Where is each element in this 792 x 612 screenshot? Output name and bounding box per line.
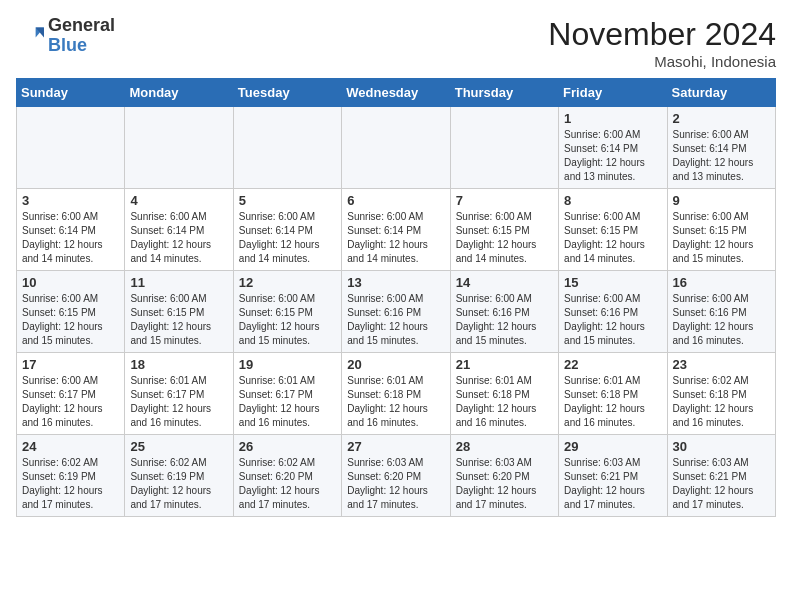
day-info: Sunrise: 6:01 AM Sunset: 6:17 PM Dayligh… (239, 374, 336, 430)
calendar-day-cell: 5Sunrise: 6:00 AM Sunset: 6:14 PM Daylig… (233, 189, 341, 271)
day-info: Sunrise: 6:01 AM Sunset: 6:18 PM Dayligh… (564, 374, 661, 430)
day-info: Sunrise: 6:00 AM Sunset: 6:14 PM Dayligh… (22, 210, 119, 266)
calendar-day-cell (233, 107, 341, 189)
day-number: 17 (22, 357, 119, 372)
day-info: Sunrise: 6:02 AM Sunset: 6:19 PM Dayligh… (130, 456, 227, 512)
day-info: Sunrise: 6:00 AM Sunset: 6:14 PM Dayligh… (564, 128, 661, 184)
logo: General Blue (16, 16, 115, 56)
day-number: 25 (130, 439, 227, 454)
calendar-day-cell: 27Sunrise: 6:03 AM Sunset: 6:20 PM Dayli… (342, 435, 450, 517)
day-info: Sunrise: 6:03 AM Sunset: 6:20 PM Dayligh… (456, 456, 553, 512)
calendar-day-cell: 19Sunrise: 6:01 AM Sunset: 6:17 PM Dayli… (233, 353, 341, 435)
calendar-day-cell: 16Sunrise: 6:00 AM Sunset: 6:16 PM Dayli… (667, 271, 775, 353)
day-info: Sunrise: 6:00 AM Sunset: 6:15 PM Dayligh… (130, 292, 227, 348)
calendar-day-cell: 8Sunrise: 6:00 AM Sunset: 6:15 PM Daylig… (559, 189, 667, 271)
calendar-week-row: 1Sunrise: 6:00 AM Sunset: 6:14 PM Daylig… (17, 107, 776, 189)
calendar-week-row: 10Sunrise: 6:00 AM Sunset: 6:15 PM Dayli… (17, 271, 776, 353)
day-info: Sunrise: 6:01 AM Sunset: 6:18 PM Dayligh… (456, 374, 553, 430)
day-number: 24 (22, 439, 119, 454)
day-number: 11 (130, 275, 227, 290)
day-number: 5 (239, 193, 336, 208)
calendar-day-cell: 26Sunrise: 6:02 AM Sunset: 6:20 PM Dayli… (233, 435, 341, 517)
day-number: 20 (347, 357, 444, 372)
calendar-day-cell: 24Sunrise: 6:02 AM Sunset: 6:19 PM Dayli… (17, 435, 125, 517)
weekday-row: SundayMondayTuesdayWednesdayThursdayFrid… (17, 79, 776, 107)
calendar-day-cell: 29Sunrise: 6:03 AM Sunset: 6:21 PM Dayli… (559, 435, 667, 517)
day-number: 8 (564, 193, 661, 208)
calendar-day-cell (342, 107, 450, 189)
day-info: Sunrise: 6:00 AM Sunset: 6:14 PM Dayligh… (673, 128, 770, 184)
calendar-day-cell: 23Sunrise: 6:02 AM Sunset: 6:18 PM Dayli… (667, 353, 775, 435)
calendar-day-cell (125, 107, 233, 189)
day-info: Sunrise: 6:00 AM Sunset: 6:16 PM Dayligh… (673, 292, 770, 348)
day-number: 2 (673, 111, 770, 126)
day-info: Sunrise: 6:01 AM Sunset: 6:18 PM Dayligh… (347, 374, 444, 430)
day-info: Sunrise: 6:00 AM Sunset: 6:15 PM Dayligh… (22, 292, 119, 348)
calendar-day-cell: 21Sunrise: 6:01 AM Sunset: 6:18 PM Dayli… (450, 353, 558, 435)
day-number: 29 (564, 439, 661, 454)
calendar-day-cell: 1Sunrise: 6:00 AM Sunset: 6:14 PM Daylig… (559, 107, 667, 189)
day-info: Sunrise: 6:00 AM Sunset: 6:14 PM Dayligh… (239, 210, 336, 266)
day-number: 15 (564, 275, 661, 290)
day-info: Sunrise: 6:00 AM Sunset: 6:14 PM Dayligh… (347, 210, 444, 266)
weekday-header: Thursday (450, 79, 558, 107)
day-number: 14 (456, 275, 553, 290)
calendar-day-cell: 4Sunrise: 6:00 AM Sunset: 6:14 PM Daylig… (125, 189, 233, 271)
calendar-day-cell: 9Sunrise: 6:00 AM Sunset: 6:15 PM Daylig… (667, 189, 775, 271)
location: Masohi, Indonesia (548, 53, 776, 70)
weekday-header: Sunday (17, 79, 125, 107)
day-number: 4 (130, 193, 227, 208)
day-number: 7 (456, 193, 553, 208)
page-header: General Blue November 2024 Masohi, Indon… (16, 16, 776, 70)
calendar-day-cell: 12Sunrise: 6:00 AM Sunset: 6:15 PM Dayli… (233, 271, 341, 353)
day-number: 28 (456, 439, 553, 454)
calendar-day-cell (450, 107, 558, 189)
day-info: Sunrise: 6:00 AM Sunset: 6:15 PM Dayligh… (239, 292, 336, 348)
day-info: Sunrise: 6:00 AM Sunset: 6:16 PM Dayligh… (456, 292, 553, 348)
calendar-day-cell: 28Sunrise: 6:03 AM Sunset: 6:20 PM Dayli… (450, 435, 558, 517)
day-number: 10 (22, 275, 119, 290)
calendar-day-cell: 3Sunrise: 6:00 AM Sunset: 6:14 PM Daylig… (17, 189, 125, 271)
calendar-day-cell: 10Sunrise: 6:00 AM Sunset: 6:15 PM Dayli… (17, 271, 125, 353)
day-number: 3 (22, 193, 119, 208)
day-number: 21 (456, 357, 553, 372)
calendar-header: SundayMondayTuesdayWednesdayThursdayFrid… (17, 79, 776, 107)
day-info: Sunrise: 6:02 AM Sunset: 6:18 PM Dayligh… (673, 374, 770, 430)
calendar-day-cell: 30Sunrise: 6:03 AM Sunset: 6:21 PM Dayli… (667, 435, 775, 517)
weekday-header: Wednesday (342, 79, 450, 107)
calendar: SundayMondayTuesdayWednesdayThursdayFrid… (16, 78, 776, 517)
day-number: 6 (347, 193, 444, 208)
title-block: November 2024 Masohi, Indonesia (548, 16, 776, 70)
calendar-day-cell: 2Sunrise: 6:00 AM Sunset: 6:14 PM Daylig… (667, 107, 775, 189)
month-title: November 2024 (548, 16, 776, 53)
day-info: Sunrise: 6:00 AM Sunset: 6:15 PM Dayligh… (564, 210, 661, 266)
day-info: Sunrise: 6:00 AM Sunset: 6:17 PM Dayligh… (22, 374, 119, 430)
day-number: 9 (673, 193, 770, 208)
day-number: 30 (673, 439, 770, 454)
calendar-week-row: 24Sunrise: 6:02 AM Sunset: 6:19 PM Dayli… (17, 435, 776, 517)
calendar-day-cell: 17Sunrise: 6:00 AM Sunset: 6:17 PM Dayli… (17, 353, 125, 435)
day-info: Sunrise: 6:00 AM Sunset: 6:16 PM Dayligh… (564, 292, 661, 348)
weekday-header: Saturday (667, 79, 775, 107)
day-number: 27 (347, 439, 444, 454)
day-info: Sunrise: 6:01 AM Sunset: 6:17 PM Dayligh… (130, 374, 227, 430)
calendar-day-cell: 6Sunrise: 6:00 AM Sunset: 6:14 PM Daylig… (342, 189, 450, 271)
day-number: 18 (130, 357, 227, 372)
day-number: 16 (673, 275, 770, 290)
logo-general: General (48, 15, 115, 35)
calendar-week-row: 17Sunrise: 6:00 AM Sunset: 6:17 PM Dayli… (17, 353, 776, 435)
calendar-day-cell: 18Sunrise: 6:01 AM Sunset: 6:17 PM Dayli… (125, 353, 233, 435)
day-info: Sunrise: 6:02 AM Sunset: 6:20 PM Dayligh… (239, 456, 336, 512)
day-info: Sunrise: 6:00 AM Sunset: 6:16 PM Dayligh… (347, 292, 444, 348)
calendar-week-row: 3Sunrise: 6:00 AM Sunset: 6:14 PM Daylig… (17, 189, 776, 271)
calendar-day-cell: 14Sunrise: 6:00 AM Sunset: 6:16 PM Dayli… (450, 271, 558, 353)
calendar-day-cell: 25Sunrise: 6:02 AM Sunset: 6:19 PM Dayli… (125, 435, 233, 517)
day-number: 19 (239, 357, 336, 372)
day-number: 23 (673, 357, 770, 372)
day-info: Sunrise: 6:03 AM Sunset: 6:21 PM Dayligh… (564, 456, 661, 512)
logo-text: General Blue (48, 16, 115, 56)
calendar-day-cell (17, 107, 125, 189)
day-info: Sunrise: 6:03 AM Sunset: 6:21 PM Dayligh… (673, 456, 770, 512)
day-number: 22 (564, 357, 661, 372)
logo-icon (16, 22, 44, 50)
